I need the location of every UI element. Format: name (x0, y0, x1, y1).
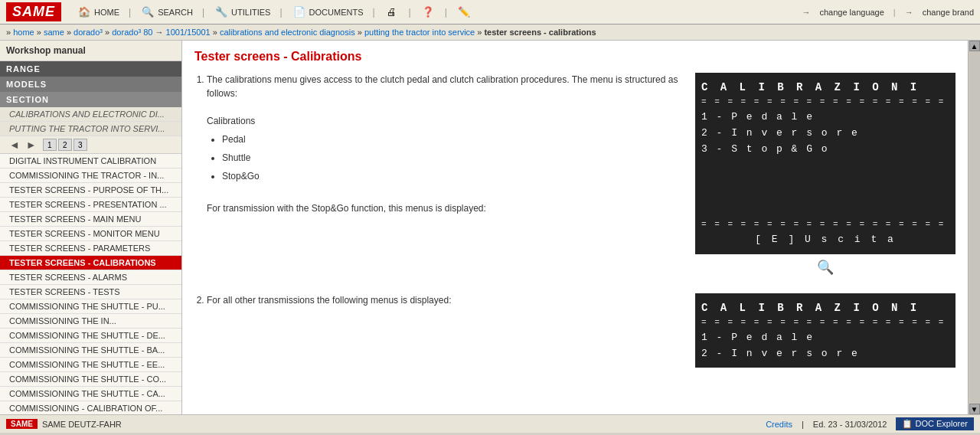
calibrations-label: Calibrations (207, 116, 255, 126)
content-area: Tester screens - Calibrations The calibr… (182, 41, 968, 414)
calib-title-2: C A L I B R A Z I O N I (701, 299, 949, 316)
sidebar-calibrations[interactable]: CALIBRATIONS AND ELECTRONIC DI... (0, 107, 181, 122)
sidebar-item-commissioning-calibration[interactable]: COMMISSIONING - CALIBRATION OF... (0, 401, 181, 414)
print-icon[interactable]: 🖨 (384, 5, 400, 20)
sidebar-range[interactable]: RANGE (0, 61, 181, 77)
nav-utilities[interactable]: 🔧 UTILITIES (214, 5, 270, 20)
nav-documents[interactable]: 📄 DOCUMENTS (292, 5, 364, 20)
list-pedal: Pedal (222, 132, 683, 146)
content-body: The calibrations menu gives access to th… (194, 73, 956, 368)
arrow-icon: → (802, 8, 810, 17)
edit-icon[interactable]: ✏️ (456, 5, 472, 20)
bottom-right: Credits | Ed. 23 - 31/03/2012 📋 DOC Expl… (766, 417, 974, 430)
calib-equals-1: = = = = = = = = = = = = = = = = = = = (701, 96, 949, 110)
topbar: SAME 🏠 HOME | 🔍 SEARCH | 🔧 UTILITIES | 📄… (0, 0, 980, 25)
calib-item-2-0: 1 - P e d a l e (701, 330, 949, 346)
calib-box-1: C A L I B R A Z I O N I = = = = = = = = … (695, 73, 956, 278)
page-2[interactable]: 2 (58, 139, 72, 151)
breadcrumb-same[interactable]: same (44, 28, 64, 37)
change-brand-link[interactable]: change brand (923, 8, 974, 17)
search-icon: 🔍 (140, 5, 155, 20)
calib-item-1-0: 1 - P e d a l e (701, 110, 949, 126)
sidebar-putting[interactable]: PUTTING THE TRACTOR INTO SERVI... (0, 122, 181, 136)
breadcrumb: » home » same » dorado³ » dorado³ 80 → 1… (0, 25, 980, 41)
nav-prev-arrow[interactable]: ◄ (6, 139, 23, 151)
list-shuttle: Shuttle (222, 151, 683, 165)
sidebar-item-commissioning-ba[interactable]: COMMISSIONING THE SHUTTLE - BA... (0, 343, 181, 358)
sidebar-item-commissioning-de[interactable]: COMMISSIONING THE SHUTTLE - DE... (0, 329, 181, 343)
calib-item-2-1: 2 - I n v e r s o r e (701, 346, 949, 362)
workshop-manual-label: Workshop manual (0, 41, 181, 61)
scroll-up[interactable]: ▲ (969, 41, 980, 51)
change-language-link[interactable]: change language (819, 8, 884, 17)
top-right-links: → change language | → change brand (802, 8, 974, 17)
sidebar-item-commissioning-in[interactable]: COMMISSIONING THE IN... (0, 314, 181, 329)
sidebar-item-commissioning-co[interactable]: COMMISSIONING THE SHUTTLE - CO... (0, 372, 181, 387)
calib-item-1-1: 2 - I n v e r s o r e (701, 126, 949, 142)
home-icon: 🏠 (77, 5, 92, 20)
sidebar-item-tester-presentation[interactable]: TESTER SCREENS - PRESENTATION ... (0, 198, 181, 212)
sidebar-item-commissioning-tractor[interactable]: COMMISSIONING THE TRACTOR - IN... (0, 168, 181, 183)
calib-equals2-1: = = = = = = = = = = = = = = = = = = = (701, 218, 949, 232)
sidebar-section[interactable]: SECTION (0, 92, 181, 107)
page-3[interactable]: 3 (74, 139, 87, 151)
calib-item-1-2: 3 - S t o p & G o (701, 142, 949, 158)
zoom-icon[interactable]: 🔍 (695, 257, 956, 278)
arrow-icon2: → (905, 8, 913, 17)
sidebar-item-tester-purpose[interactable]: TESTER SCREENS - PURPOSE OF TH... (0, 183, 181, 198)
breadcrumb-calibrations[interactable]: calibrations and electronic diagnosis (220, 28, 355, 37)
scrollbar[interactable]: ▲ ▼ (968, 41, 980, 414)
utilities-icon: 🔧 (214, 5, 229, 20)
bottom-brand: SAME DEUTZ-FAHR (42, 420, 122, 429)
sep2: | (893, 8, 896, 17)
documents-icon: 📄 (292, 5, 307, 20)
sidebar-item-tester-monitor[interactable]: TESTER SCREENS - MONITOR MENU (0, 227, 181, 241)
sidebar-item-commissioning-ca[interactable]: COMMISSIONING THE SHUTTLE - CA... (0, 387, 181, 401)
scroll-down[interactable]: ▼ (969, 404, 980, 414)
help-icon[interactable]: ❓ (420, 5, 436, 20)
sidebar-item-tester-main[interactable]: TESTER SCREENS - MAIN MENU (0, 212, 181, 227)
para2-text: For transmission with the Stop&Go functi… (207, 203, 486, 214)
content-row-1: The calibrations menu gives access to th… (194, 73, 956, 278)
content-text-1: The calibrations menu gives access to th… (194, 73, 683, 220)
sidebar-item-digital[interactable]: DIGITAL INSTRUMENT CALIBRATION (0, 154, 181, 168)
sep-bottom: | (802, 420, 804, 429)
nav-home[interactable]: 🏠 HOME (77, 5, 119, 20)
page-numbers: 1 2 3 (43, 139, 87, 151)
sidebar-item-commissioning-pu[interactable]: COMMISSIONING THE SHUTTLE - PU... (0, 299, 181, 314)
main-layout: Workshop manual RANGE MODELS SECTION CAL… (0, 41, 980, 414)
bottombar: SAME SAME DEUTZ-FAHR Credits | Ed. 23 - … (0, 414, 980, 433)
logo-text: SAME (12, 4, 55, 19)
logo[interactable]: SAME (6, 2, 61, 21)
content-text-2: For all other transmissions the followin… (194, 293, 683, 312)
page-title: Tester screens - Calibrations (194, 50, 956, 64)
sidebar-item-tester-calibrations[interactable]: TESTER SCREENS - CALIBRATIONS (0, 256, 181, 270)
doc-icon: 📋 (902, 419, 913, 428)
breadcrumb-1001[interactable]: 1001/15001 (166, 28, 211, 37)
breadcrumb-dorado380[interactable]: dorado³ 80 (112, 28, 152, 37)
sidebar-models[interactable]: MODELS (0, 77, 181, 92)
page-1[interactable]: 1 (43, 139, 57, 151)
sidebar-item-tester-parameters[interactable]: TESTER SCREENS - PARAMETERS (0, 241, 181, 256)
bottom-logo: SAME (6, 419, 38, 429)
calib-title-1: C A L I B R A Z I O N I (701, 79, 949, 96)
para3-text: For all other transmissions the followin… (207, 295, 451, 306)
para1-text: The calibrations menu gives access to th… (207, 74, 678, 99)
doc-explorer-label: 📋 DOC Explorer (896, 417, 974, 430)
nav-next-arrow[interactable]: ► (23, 139, 40, 151)
breadcrumb-dorado3[interactable]: dorado³ (74, 28, 103, 37)
sidebar: Workshop manual RANGE MODELS SECTION CAL… (0, 41, 182, 414)
sidebar-item-commissioning-ee[interactable]: COMMISSIONING THE SHUTTLE - EE... (0, 358, 181, 372)
credits-link[interactable]: Credits (766, 420, 792, 429)
nav-search[interactable]: 🔍 SEARCH (140, 5, 193, 20)
edition-text: Ed. 23 - 31/03/2012 (813, 420, 887, 429)
breadcrumb-home[interactable]: home (13, 28, 34, 37)
calib-exit-1: [ E ] U s c i t a (701, 232, 949, 248)
calib-box-2: C A L I B R A Z I O N I = = = = = = = = … (695, 293, 956, 368)
sidebar-item-tester-tests[interactable]: TESTER SCREENS - TESTS (0, 285, 181, 299)
sidebar-item-tester-alarms[interactable]: TESTER SCREENS - ALARMS (0, 270, 181, 285)
list-stopgo: Stop&Go (222, 169, 683, 183)
sidebar-nav-row: ◄ ► 1 2 3 (0, 136, 181, 154)
content-row-2: For all other transmissions the followin… (194, 293, 956, 368)
breadcrumb-putting[interactable]: putting the tractor into service (364, 28, 475, 37)
